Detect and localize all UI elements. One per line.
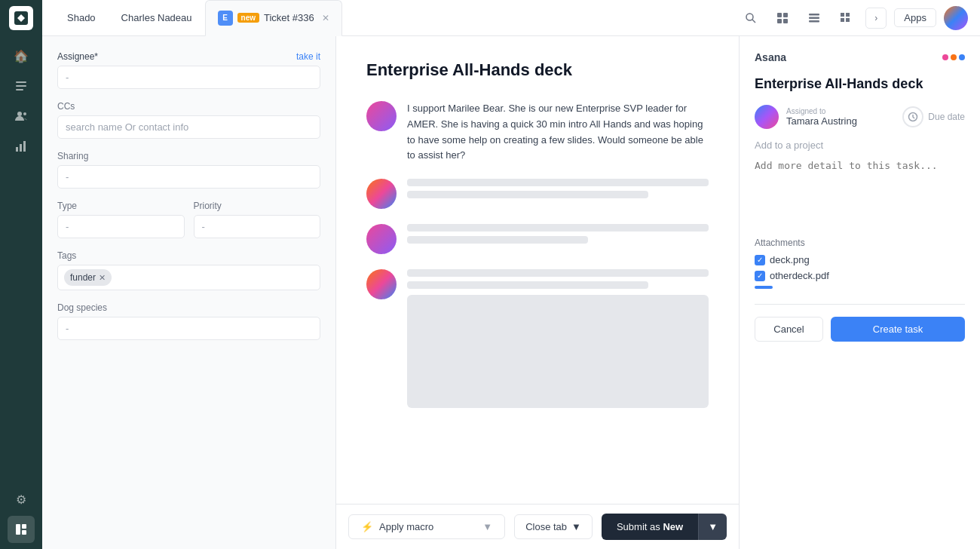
svg-rect-10 (22, 524, 26, 529)
tab-shado-label: Shado (67, 12, 96, 23)
type-input[interactable] (57, 215, 185, 238)
sidebar-item-widget[interactable] (8, 516, 35, 543)
forward-button[interactable]: › (865, 8, 887, 29)
ticket-content: Enterprise All-Hands deck I support Mari… (336, 36, 739, 504)
search-button[interactable] (739, 6, 763, 30)
ccs-label: CCs (57, 101, 320, 112)
svg-rect-14 (777, 13, 782, 17)
assignee-label: Assignee* take it (57, 51, 320, 62)
tag-funder-remove[interactable]: ✕ (99, 273, 106, 283)
attachment-checkbox-2[interactable]: ✓ (755, 271, 765, 281)
message-item-2 (366, 179, 709, 209)
svg-point-12 (746, 14, 753, 20)
sidebar-item-home[interactable]: 🏠 (8, 42, 35, 69)
apps-button[interactable]: Apps (894, 8, 936, 27)
main-container: Shado Charles Nadeau E new Ticket #336 ✕ (42, 0, 980, 549)
submit-group: Submit as New ▼ (602, 514, 727, 540)
tab-close-icon[interactable]: ✕ (322, 13, 329, 23)
sharing-input[interactable] (57, 165, 320, 189)
dog-species-input[interactable] (57, 317, 320, 340)
message-item-1: I support Marilee Bear. She is our new E… (366, 101, 709, 164)
close-tab-button[interactable]: Close tab ▼ (514, 514, 593, 539)
macro-label: Apply macro (379, 521, 433, 532)
asana-dots (942, 54, 965, 60)
skeleton-line (407, 224, 709, 232)
due-date-icon (902, 106, 923, 127)
skeleton-line (407, 281, 648, 289)
create-task-button[interactable]: Create task (831, 317, 965, 342)
svg-rect-16 (777, 19, 782, 23)
tab-charles[interactable]: Charles Nadeau (109, 0, 205, 36)
skeleton-line (407, 191, 648, 198)
close-tab-chevron-icon: ▼ (571, 521, 581, 532)
tags-container[interactable]: funder ✕ (57, 265, 320, 290)
svg-point-4 (17, 112, 22, 116)
cancel-button[interactable]: Cancel (755, 317, 823, 342)
skeleton-line (407, 179, 709, 186)
app-logo[interactable] (9, 6, 33, 30)
sidebar-toggle-button[interactable] (802, 6, 826, 30)
tags-label: Tags (57, 250, 320, 261)
svg-rect-6 (16, 147, 18, 152)
view-button[interactable] (770, 6, 795, 30)
svg-rect-1 (16, 81, 26, 83)
svg-rect-22 (846, 13, 850, 17)
message-thread: I support Marilee Bear. She is our new E… (366, 101, 709, 408)
apply-macro-button[interactable]: ⚡ Apply macro ▼ (348, 514, 505, 539)
sidebar-nav: 🏠 ⚙ (0, 0, 42, 549)
skeleton-line (407, 269, 709, 277)
asana-dot-orange (951, 54, 957, 60)
asana-task-title: Enterprise All-Hands deck (755, 75, 965, 93)
attachment-partial-indicator (755, 286, 773, 289)
submit-type: New (663, 521, 683, 532)
submit-main-button[interactable]: Submit as New (602, 514, 698, 540)
tab-charles-label: Charles Nadeau (121, 12, 192, 23)
user-avatar[interactable] (944, 6, 968, 30)
message-text-1: I support Marilee Bear. She is our new E… (407, 101, 709, 164)
asana-assignee-row: Assigned to Tamara Austring Due date (755, 105, 965, 129)
svg-line-13 (752, 20, 755, 23)
grid-button[interactable] (834, 6, 858, 30)
attachment-checkbox-1[interactable]: ✓ (755, 255, 765, 265)
priority-field-group: Priority (194, 201, 321, 238)
macro-chevron-icon: ▼ (482, 521, 492, 532)
macro-bolt-icon: ⚡ (361, 521, 373, 532)
message-body-2 (407, 179, 709, 209)
topbar: Shado Charles Nadeau E new Ticket #336 ✕ (42, 0, 980, 36)
ticket-tab-logo: E (218, 11, 233, 26)
svg-rect-11 (22, 530, 26, 535)
asana-dot-blue (959, 54, 965, 60)
sidebar-item-users[interactable] (8, 103, 35, 130)
sidebar-item-reports[interactable] (8, 133, 35, 160)
tab-ticket[interactable]: E new Ticket #336 ✕ (205, 0, 342, 36)
asana-assignee-name: Tamara Austring (786, 115, 857, 127)
svg-rect-8 (23, 141, 26, 152)
svg-rect-21 (841, 13, 844, 17)
attachment-name-2: otherdeck.pdf (770, 270, 829, 281)
sidebar-item-tickets[interactable] (8, 72, 35, 100)
take-it-link[interactable]: take it (296, 51, 320, 62)
message-body-3 (407, 224, 709, 254)
submit-label: Submit as (617, 521, 660, 532)
assignee-field-group: Assignee* take it (57, 51, 320, 89)
sidebar-item-settings[interactable]: ⚙ (8, 486, 35, 513)
svg-point-5 (23, 112, 26, 115)
ccs-input[interactable] (57, 115, 320, 139)
attachment-item-1: ✓ deck.png (755, 254, 965, 265)
add-project-link[interactable]: Add to a project (755, 140, 965, 151)
message-body-1: I support Marilee Bear. She is our new E… (407, 101, 709, 164)
tab-shado[interactable]: Shado (54, 0, 109, 36)
submit-dropdown-button[interactable]: ▼ (698, 514, 727, 540)
attachments-label: Attachments (755, 238, 965, 248)
priority-input[interactable] (194, 215, 321, 238)
assigned-to-label: Assigned to (786, 107, 857, 115)
tab-new-badge: new (237, 13, 259, 23)
add-detail-textarea[interactable] (755, 160, 965, 220)
type-priority-row: Type Priority (57, 201, 320, 250)
tag-funder: funder ✕ (64, 269, 112, 286)
svg-rect-7 (20, 144, 22, 152)
svg-rect-20 (809, 20, 819, 23)
tab-ticket-label: Ticket #336 (264, 12, 314, 23)
right-panel: Asana Enterprise All-Hands deck Assigned… (739, 36, 980, 549)
assignee-input[interactable] (57, 66, 320, 89)
